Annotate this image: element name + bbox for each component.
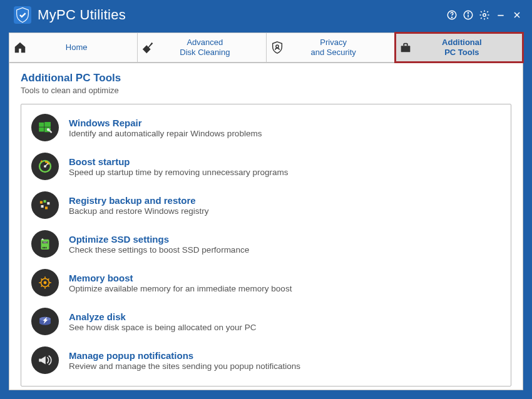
svg-rect-41 <box>39 359 41 362</box>
svg-line-38 <box>48 279 49 280</box>
settings-icon[interactable] <box>478 9 491 21</box>
tools-list: Windows Repair Identify and automaticall… <box>21 104 511 386</box>
memory-boost-icon <box>31 269 59 296</box>
tool-title: Memory boost <box>69 273 501 283</box>
svg-point-5 <box>483 14 486 17</box>
tool-registry-backup[interactable]: Registry backup and restore Backup and r… <box>29 186 503 225</box>
tab-disk-cleaning[interactable]: AdvancedDisk Cleaning <box>138 33 266 63</box>
tool-text: Windows Repair Identify and automaticall… <box>69 117 501 138</box>
tool-boost-startup[interactable]: Boost startup Speed up startup time by r… <box>29 147 503 186</box>
close-icon[interactable] <box>511 9 523 21</box>
svg-point-9 <box>275 45 278 48</box>
svg-text:SSD: SSD <box>43 241 48 244</box>
help-icon[interactable] <box>446 9 458 21</box>
tool-text: Analyze disk See how disk space is being… <box>69 311 501 332</box>
app-title: MyPC Utilities <box>38 7 126 23</box>
analyze-disk-icon <box>31 308 59 335</box>
tool-desc: Identify and automatically repair Window… <box>69 129 501 138</box>
svg-rect-11 <box>39 123 44 127</box>
svg-rect-26 <box>43 247 44 248</box>
tool-title: Registry backup and restore <box>69 195 501 206</box>
svg-rect-18 <box>40 201 43 204</box>
svg-line-37 <box>41 285 43 286</box>
svg-rect-19 <box>44 200 46 203</box>
tab-privacy[interactable]: Privacyand Security <box>267 33 395 63</box>
tool-desc: See how disk space is being allocated on… <box>69 323 501 332</box>
svg-rect-27 <box>44 247 45 248</box>
svg-point-30 <box>44 281 47 285</box>
tab-label: AdditionalPC Tools <box>419 38 523 58</box>
tool-title: Optimize SSD settings <box>69 234 501 245</box>
tab-additional-tools[interactable]: AdditionalPC Tools <box>395 33 523 63</box>
svg-rect-22 <box>45 206 48 209</box>
boost-startup-icon <box>31 153 59 180</box>
tool-desc: Optimize available memory for an immedia… <box>69 284 501 293</box>
app-logo-icon <box>14 6 31 24</box>
svg-line-36 <box>48 285 49 286</box>
tool-title: Windows Repair <box>69 118 501 128</box>
tool-title: Manage popup notifications <box>69 350 501 361</box>
tool-text: Optimize SSD settings Check these settin… <box>69 233 501 255</box>
tab-label: Privacyand Security <box>290 38 394 58</box>
tool-desc: Speed up startup time by removing unnece… <box>69 168 501 177</box>
svg-rect-13 <box>39 128 44 132</box>
title-bar: MyPC Utilities <box>0 0 532 33</box>
broom-icon <box>141 41 155 54</box>
tool-title: Analyze disk <box>69 311 501 322</box>
title-controls <box>446 9 523 21</box>
tab-home[interactable]: Home <box>9 33 138 63</box>
svg-point-1 <box>451 17 452 18</box>
windows-repair-icon <box>31 114 59 141</box>
tool-text: Boost startup Speed up startup time by r… <box>69 156 501 177</box>
tool-text: Registry backup and restore Backup and r… <box>69 194 501 216</box>
content-panel: Additional PC Tools Tools to clean and o… <box>9 63 523 390</box>
svg-rect-28 <box>46 247 47 248</box>
tool-ssd[interactable]: SSD Optimize SSD settings Check these se… <box>29 225 503 263</box>
panel-subtitle: Tools to clean and optimize <box>21 86 511 95</box>
tool-text: Manage popup notifications Review and ma… <box>69 350 501 371</box>
svg-rect-20 <box>47 202 49 205</box>
tool-text: Memory boost Optimize available memory f… <box>69 272 501 293</box>
tab-strip: Home AdvancedDisk Cleaning Privacyand Se… <box>0 33 532 63</box>
tool-windows-repair[interactable]: Windows Repair Identify and automaticall… <box>29 108 503 147</box>
shield-user-icon <box>270 41 284 54</box>
tool-desc: Backup and restore Windows registry <box>69 206 501 216</box>
svg-point-4 <box>468 13 468 13</box>
info-icon[interactable] <box>462 9 474 21</box>
tab-label: Home <box>33 43 137 53</box>
minimize-icon[interactable] <box>494 9 507 21</box>
svg-rect-12 <box>44 122 51 127</box>
svg-line-35 <box>41 279 43 280</box>
svg-rect-21 <box>41 205 44 208</box>
toolbox-icon <box>399 41 412 54</box>
svg-rect-10 <box>401 46 410 52</box>
tool-desc: Check these settings to boost SSD perfor… <box>69 245 501 255</box>
tool-desc: Review and manage the sites sending you … <box>69 361 501 371</box>
ssd-icon: SSD <box>31 230 59 258</box>
tool-title: Boost startup <box>69 156 501 167</box>
tool-analyze-disk[interactable]: Analyze disk See how disk space is being… <box>29 302 503 341</box>
home-icon <box>13 41 27 54</box>
tool-memory-boost[interactable]: Memory boost Optimize available memory f… <box>29 263 503 302</box>
content-outer: Additional PC Tools Tools to clean and o… <box>0 63 532 399</box>
panel-title: Additional PC Tools <box>21 72 511 84</box>
svg-line-17 <box>45 163 48 166</box>
registry-icon <box>31 191 59 219</box>
tab-label: AdvancedDisk Cleaning <box>161 38 265 58</box>
megaphone-icon <box>31 346 59 374</box>
tool-popup-notifications[interactable]: Manage popup notifications Review and ma… <box>29 341 503 380</box>
